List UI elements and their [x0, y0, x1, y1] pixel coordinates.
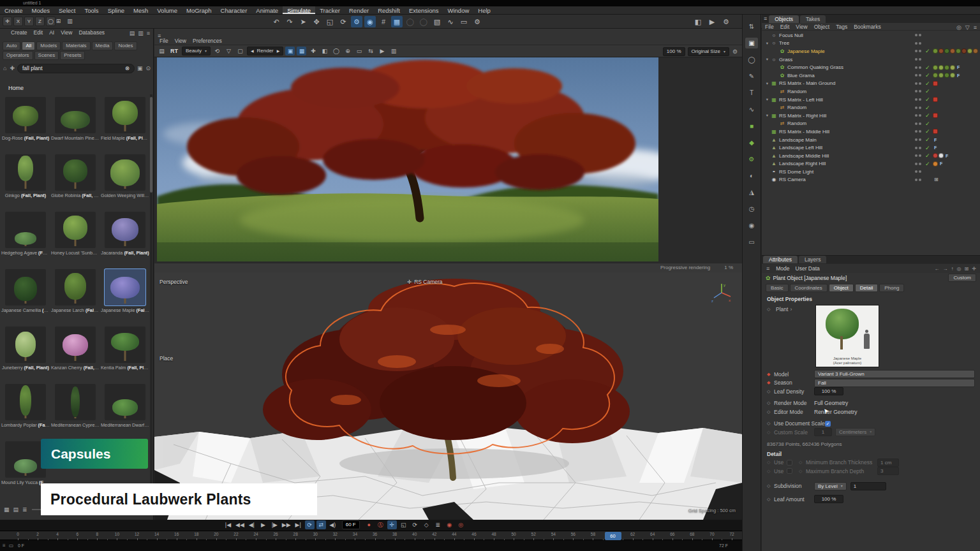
mode-label[interactable]: Mode — [776, 265, 789, 272]
asset-field-maple[interactable]: Field Maple (Fall, Plant) — [100, 94, 150, 152]
region-icon[interactable]: ▢ — [235, 47, 245, 55]
expand-arrow-icon[interactable]: ▾ — [764, 41, 770, 46]
enabled-check-icon[interactable]: ✓ — [925, 48, 930, 54]
viewport-label[interactable]: Perspective — [160, 279, 188, 285]
scale-icon[interactable]: ◱ — [324, 16, 336, 27]
frame-ruler[interactable]: 0246810121416182022242628303234363840424… — [0, 531, 742, 540]
enabled-check-icon[interactable]: ✓ — [925, 121, 930, 127]
filter-tab-auto[interactable]: Auto — [3, 41, 20, 50]
material-tag-icon[interactable] — [973, 48, 978, 54]
tab-layers[interactable]: Layers — [799, 256, 827, 263]
param-diamond-icon[interactable]: ◇ — [767, 409, 774, 415]
rt-toggle[interactable]: RT — [168, 48, 180, 54]
object-row-grass[interactable]: ▾○Grass — [762, 55, 980, 64]
render-channel-stepper[interactable]: ◀Render▶ — [247, 47, 284, 55]
visibility-toggles[interactable] — [915, 90, 921, 92]
field-tag-icon[interactable]: F — [940, 161, 942, 166]
expand-arrow-icon[interactable]: ▾ — [764, 97, 770, 102]
enabled-check-icon[interactable]: ✓ — [925, 136, 930, 143]
visibility-toggles[interactable] — [915, 98, 921, 101]
param-diamond-icon[interactable]: ◇ — [767, 307, 774, 312]
asset-golden-weeping-willow[interactable]: Golden Weeping Willow (Fall, Plant) — [100, 152, 150, 209]
ab-menu-create[interactable]: Create — [8, 29, 31, 37]
asset-japanese-camellia[interactable]: Japanese Camellia (Fall, Plant) — [1, 267, 50, 324]
visibility-toggles[interactable] — [915, 179, 921, 181]
tab-attributes[interactable]: Attributes — [763, 256, 798, 263]
enabled-check-icon[interactable]: ✓ — [925, 145, 930, 151]
visibility-toggles[interactable] — [915, 130, 921, 133]
filter-tab-nodes[interactable]: Nodes — [114, 41, 137, 50]
place-tool-label[interactable]: Place — [160, 355, 173, 362]
save-image-icon[interactable]: ▤ — [157, 47, 167, 55]
render-pass-select[interactable]: Beauty▾ — [182, 47, 211, 55]
expand-arrow-icon[interactable]: ▾ — [764, 113, 770, 118]
tab-basic[interactable]: Basic — [766, 284, 789, 292]
menu-window[interactable]: Window — [443, 6, 474, 14]
asset-kanzan-cherry[interactable]: Kanzan Cherry (Fall, Plant) — [50, 324, 100, 381]
playhead[interactable]: 60 — [605, 532, 621, 540]
material-tag-icon[interactable] — [944, 73, 949, 78]
object-row-rs-matrix-middle-hill[interactable]: ▦RS Matrix - Middle Hill✓ — [762, 128, 980, 136]
asset-mediterranean-dwarf-palm[interactable]: Mediterranean Dwarf Palm (Fall...) — [100, 381, 150, 439]
next-frame-button[interactable]: |▶ — [270, 520, 279, 529]
menu-tools[interactable]: Tools — [80, 6, 103, 14]
mode-value[interactable]: User Data — [796, 265, 820, 272]
enabled-check-icon[interactable]: ✓ — [925, 96, 930, 103]
grid-view-icon[interactable]: ▦ — [3, 505, 10, 514]
asset-dog-rose[interactable]: Dog-Rose (Fall, Plant) — [1, 94, 50, 152]
om-menu-file[interactable]: File — [762, 23, 777, 30]
tab-object[interactable]: Object — [829, 284, 854, 292]
om-menu-edit[interactable]: Edit — [777, 23, 793, 30]
add-icon[interactable]: ✚ — [9, 64, 15, 73]
undo-icon[interactable]: ↶ — [271, 16, 282, 27]
object-row-landscape-middle-hill[interactable]: ▲Landscape Middle Hill✓F — [762, 152, 980, 160]
object-row-focus-null[interactable]: ○Focus Null — [762, 31, 980, 40]
material-tag-icon[interactable] — [939, 65, 944, 70]
tag-icons[interactable]: F — [933, 138, 937, 142]
enabled-check-icon[interactable]: ✓ — [925, 72, 930, 78]
render-settings-gear-icon[interactable]: ⚙ — [732, 47, 738, 56]
visibility-toggles[interactable] — [915, 107, 921, 109]
tab-coordinates[interactable]: Coordinates — [790, 284, 828, 292]
object-row-landscape-right-hill[interactable]: ▲Landscape Right Hill✓F — [762, 160, 980, 168]
menu-tracker[interactable]: Tracker — [315, 6, 345, 14]
pan-view-icon[interactable]: ⇅ — [745, 21, 758, 32]
param-diamond-icon[interactable]: ◇ — [767, 497, 774, 502]
model-select[interactable]: Variant 3 Full-Grown — [814, 370, 975, 378]
visibility-toggles[interactable] — [915, 154, 921, 157]
panel-menu-icon[interactable]: ≡ — [146, 29, 151, 38]
display-icon[interactable]: ▭ — [745, 237, 758, 247]
filter-icon[interactable]: ▽ — [224, 47, 234, 55]
keyframe-dot-icon[interactable]: ◆ — [767, 380, 774, 385]
list-view-icon[interactable]: ▥ — [137, 29, 144, 38]
next-key-button[interactable]: ▶▶ — [281, 520, 292, 529]
om-burger-icon[interactable]: ≡ — [763, 14, 768, 23]
search-icon[interactable]: ◎ — [957, 266, 961, 272]
text-tool-icon[interactable]: T — [745, 87, 758, 98]
asset-honey-locust-sunburst[interactable]: Honey Locust 'Sunburst' (Fall, Plant) — [50, 209, 100, 267]
tag-icons[interactable]: F — [933, 73, 960, 78]
material-tag-icon[interactable] — [967, 48, 972, 54]
size-select[interactable]: Original Size▾ — [688, 47, 729, 56]
menu-redshift[interactable]: Redshift — [373, 6, 405, 14]
info-icon[interactable]: ≣ — [22, 505, 28, 514]
asset-jacaranda[interactable]: Jacaranda (Fall, Plant) — [100, 209, 150, 267]
material-tag-icon[interactable] — [933, 153, 938, 158]
redshift-material-icon[interactable] — [933, 81, 938, 86]
leaf-density-field[interactable]: 100 % — [814, 387, 843, 395]
param-diamond-icon[interactable]: ◇ — [767, 483, 774, 489]
quantize-icon[interactable]: ▦ — [391, 16, 403, 27]
tag-icons[interactable]: F — [933, 145, 937, 150]
goto-start-button[interactable]: |◀ — [223, 520, 233, 529]
tab-phong[interactable]: Phong — [879, 284, 904, 292]
tag-icons[interactable]: ⊞ — [933, 177, 939, 182]
field-tag-icon[interactable]: F — [957, 73, 960, 78]
search-icon[interactable]: ◎ — [956, 23, 962, 32]
tag-icons[interactable] — [933, 113, 938, 118]
visibility-toggles[interactable] — [915, 42, 921, 45]
material-tag-icon[interactable] — [933, 161, 938, 166]
protection-tag-icon[interactable]: ⊞ — [934, 177, 939, 182]
record-position-button[interactable]: ✛ — [387, 520, 397, 529]
viewport-layout-icon[interactable]: ⊞ — [54, 17, 63, 26]
filter-tab-models[interactable]: Models — [36, 41, 61, 50]
